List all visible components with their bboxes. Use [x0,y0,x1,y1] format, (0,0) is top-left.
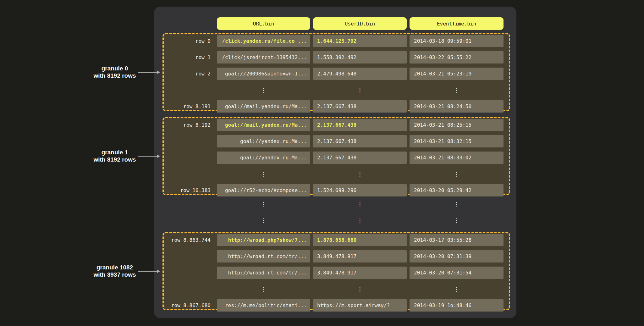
vertical-ellipsis: ⋮ [410,84,504,96]
vertical-ellipsis: ⋮ [410,168,504,180]
column-header-etime: EventTime.bin [410,17,504,30]
vertical-ellipsis: ⋮ [313,283,407,295]
eventtime-cell: 2014-03-21 08:32:15 [410,135,504,147]
granule-label-line1: granule 1 [80,149,149,156]
column-header-uid: UserID.bin [313,17,407,30]
granule-label-line2: with 8192 rows [80,156,149,164]
granule-box-2: row 8.863.744http://wroad.php?show/7...1… [162,232,510,310]
eventtime-cell: 2014-03-21 08:24:50 [410,100,504,113]
granule-arrow-head [157,71,160,74]
row-label [164,135,211,147]
vertical-ellipsis: ⋮ [313,168,407,180]
column-header-url: URL.bin [217,17,310,30]
vertical-ellipsis: ⋮ [217,214,310,226]
url-cell: http://wroad.php?show/7... [217,234,310,246]
granule-arrow-line [138,156,158,157]
url-cell: goal://mail.yandex.ru/Ma... [217,119,310,131]
url-cell: goal://200986&uinfo=wn-1... [217,68,310,80]
url-cell: goal://yandex.ru.Ma... [217,152,310,164]
eventtime-cell: 2014-03-20 07:31:54 [410,267,504,279]
table-row: row 16.383goal://r52-echo/#compose...1.5… [164,184,509,196]
userid-cell: 3.849.478.917 [313,267,407,279]
ellipsis-row: ⋮⋮⋮ [164,84,509,96]
url-cell: http://wroad.rt.com/tr/... [217,250,310,262]
table-row: goal://yandex.ru.Ma...2.137.667.4382014-… [164,135,509,147]
userid-cell: 2.137.667.438 [313,100,407,113]
url-cell: goal://mail.yandex.ru/Ma... [217,100,310,113]
table-row: row 8.867.680res://m.me/politic/stati...… [164,299,509,312]
eventtime-cell: 2014-03-20 05:29:42 [410,184,504,196]
userid-cell: 1.524.699.296 [313,184,407,196]
userid-cell: 2.137.667.438 [313,135,407,147]
vertical-ellipsis: ⋮ [313,84,407,96]
row-label: row 8.867.680 [164,299,211,312]
userid-cell: https://m.sport.airway/? [313,299,407,312]
userid-cell: 2.137.667.438 [313,119,407,131]
table-row: row 8.192goal://mail.yandex.ru/Ma...2.13… [164,119,509,131]
row-label: row 8.863.744 [164,234,211,246]
table-row: http://wroad.rt.com/tr/...3.849.478.9172… [164,267,509,279]
userid-cell: 1.644.125.792 [313,35,407,47]
row-label [164,152,211,164]
eventtime-cell: 2014-03-19 1o:48:46 [410,299,504,312]
eventtime-cell: 2014-03-18 09:59:01 [410,35,504,47]
row-label: row 1 [164,51,211,64]
granule-label-line1: granule 0 [80,65,149,72]
url-cell: res://m.me/politic/stati... [217,299,310,312]
url-cell: goal://r52-echo/#compose... [217,184,310,196]
row-label [164,250,211,262]
row-label: row 0 [164,35,211,47]
granule-box-1: row 8.192goal://mail.yandex.ru/Ma...2.13… [162,117,510,195]
userid-cell: 3.849.478.917 [313,250,407,262]
ellipsis-row: ⋮⋮⋮ [164,283,509,295]
table-row: goal://yandex.ru.Ma...2.137.667.4382014-… [164,152,509,164]
granule-arrow-head [157,155,160,158]
vertical-ellipsis: ⋮ [217,84,310,96]
userid-cell: 1.558.392.492 [313,51,407,64]
granule-arrow-line [138,72,158,73]
url-cell: http://wroad.rt.com/tr/... [217,267,310,279]
url-cell: goal://yandex.ru.Ma... [217,135,310,147]
vertical-ellipsis: ⋮ [410,214,504,226]
granule-label-line1: granule 1082 [80,264,149,271]
table-row: row 8.191goal://mail.yandex.ru/Ma...2.13… [164,100,509,113]
granule-arrow-head [157,270,160,273]
userid-cell: 2.479.498.648 [313,68,407,80]
row-label: row 8.191 [164,100,211,113]
eventtime-cell: 2014-03-21 08:33:02 [410,152,504,164]
ellipsis-row: ⋮⋮⋮ [164,168,509,180]
table-row: row 2goal://200986&uinfo=wn-1...2.479.49… [164,68,509,80]
granule-arrow-line [138,271,158,272]
between-granules-ellipsis: ⋮⋮⋮⋮⋮⋮ [164,198,509,230]
userid-cell: 1.878.658.680 [313,234,407,246]
url-cell: /click.yandex.ru/file.co ... [217,35,310,47]
vertical-ellipsis: ⋮ [217,198,310,210]
row-label: row 16.383 [164,184,211,196]
ellipsis-row: ⋮⋮⋮ [164,198,509,210]
ellipsis-row: ⋮⋮⋮ [164,214,509,226]
row-label: row 8.192 [164,119,211,131]
granule-label-line2: with 8192 rows [80,72,149,80]
url-cell: /click/jsredircnt=1395412... [217,51,310,64]
table-row: row 0/click.yandex.ru/file.co ...1.644.1… [164,35,509,47]
granule-label-line2: with 3937 rows [80,271,149,279]
row-label: row 2 [164,68,211,80]
vertical-ellipsis: ⋮ [313,198,407,210]
eventtime-cell: 2014-03-17 03:55:28 [410,234,504,246]
vertical-ellipsis: ⋮ [217,168,310,180]
vertical-ellipsis: ⋮ [410,198,504,210]
eventtime-cell: 2014-03-22 05:55:22 [410,51,504,64]
vertical-ellipsis: ⋮ [410,283,504,295]
table-row: http://wroad.rt.com/tr/...3.849.478.9172… [164,250,509,262]
row-label [164,267,211,279]
userid-cell: 2.137.667.438 [313,152,407,164]
storage-panel: URL.binUserID.binEventTime.binrow 0/clic… [154,7,516,318]
eventtime-cell: 2014-03-21 05:23:19 [410,68,504,80]
table-row: row 1/click/jsredircnt=1395412...1.558.3… [164,51,509,64]
table-row: row 8.863.744http://wroad.php?show/7...1… [164,234,509,246]
granule-box-0: row 0/click.yandex.ru/file.co ...1.644.1… [162,33,510,111]
vertical-ellipsis: ⋮ [313,214,407,226]
eventtime-cell: 2014-03-21 08:25:15 [410,119,504,131]
eventtime-cell: 2014-03-20 07:31:39 [410,250,504,262]
vertical-ellipsis: ⋮ [217,283,310,295]
